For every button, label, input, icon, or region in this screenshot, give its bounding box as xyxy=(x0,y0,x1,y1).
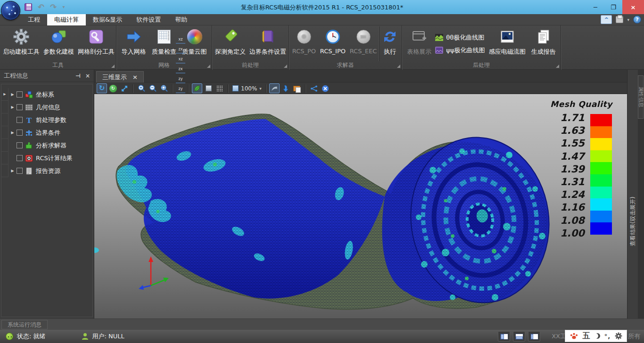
tab-settings[interactable]: 软件设置 xyxy=(129,14,168,25)
ime-moon-icon[interactable] xyxy=(594,333,600,339)
solver-rcs-po-button[interactable]: RCS_PO xyxy=(290,26,318,61)
ime-punctuation-toggle[interactable]: °, xyxy=(604,333,611,340)
item-checkbox[interactable] xyxy=(17,104,23,110)
mesh-partition-tool-button[interactable]: 网格剖分工具 xyxy=(76,26,116,61)
group-launcher-icon[interactable] xyxy=(207,65,210,68)
tab-data-display[interactable]: 数据&显示 xyxy=(86,14,129,25)
table-display-button[interactable]: 表格展示 xyxy=(405,26,433,61)
ime-toolbar[interactable]: 五 °, xyxy=(565,330,627,342)
tab-help[interactable]: 帮助 xyxy=(168,14,194,25)
quality-check-button[interactable]: 质量检查 xyxy=(150,26,178,61)
layout-bottom-panel-button[interactable] xyxy=(513,331,525,342)
system-message-tab[interactable]: 系统运行消息 xyxy=(1,320,48,329)
doc-tab-close-icon[interactable]: × xyxy=(132,74,138,81)
minimize-button[interactable]: ─ xyxy=(586,0,604,14)
tree-item-label: 前处理参数 xyxy=(36,116,66,124)
curvature-display-button[interactable] xyxy=(269,83,280,93)
item-checkbox[interactable] xyxy=(17,155,23,161)
expander-icon[interactable]: ▶ xyxy=(8,131,17,135)
share-nodes-button[interactable] xyxy=(309,83,319,93)
close-view-button[interactable] xyxy=(320,83,330,93)
points-view-button[interactable] xyxy=(215,83,225,93)
rotate-view-button[interactable]: ↻ xyxy=(97,83,107,93)
group-name-solver: 求解器 xyxy=(289,61,402,69)
tree-item-rcs-results[interactable]: RCS计算结果 xyxy=(1,152,92,164)
group-launcher-icon[interactable] xyxy=(397,65,400,68)
psi-polarization-curve-button[interactable]: ψψ极化曲线图 xyxy=(435,46,485,55)
app-logo[interactable] xyxy=(1,1,20,20)
restore-button[interactable]: ❐ xyxy=(604,0,622,14)
probe-angle-button[interactable]: 探测角定义 xyxy=(213,26,248,61)
item-checkbox[interactable] xyxy=(17,168,23,174)
layout-side-panel-button[interactable] xyxy=(528,331,540,342)
zoom-dropdown-icon[interactable]: ▾ xyxy=(259,86,262,91)
tree-item-analysis-solver[interactable]: 分析求解器 xyxy=(1,139,92,152)
device-icon[interactable] xyxy=(616,16,623,23)
execute-button[interactable]: 执行 xyxy=(379,26,400,61)
group-launcher-icon[interactable] xyxy=(111,65,115,68)
tree-item-preprocess-params[interactable]: T 前处理参数 xyxy=(1,114,92,126)
parametric-modeling-button[interactable]: 参数化建模 xyxy=(41,26,76,61)
axis-view-button-zx[interactable]: zx xyxy=(176,64,185,74)
pin-icon[interactable]: ⊣ xyxy=(75,73,81,79)
orbit-view-button[interactable]: ↻ xyxy=(108,83,118,93)
item-checkbox[interactable] xyxy=(17,130,23,136)
save-icon[interactable] xyxy=(25,3,32,11)
generate-report-button[interactable]: 生成报告 xyxy=(529,26,558,61)
shaded-view-button[interactable] xyxy=(192,83,202,93)
ime-gear-icon[interactable] xyxy=(615,332,622,340)
panel-close-icon[interactable]: × xyxy=(85,73,90,79)
item-checkbox[interactable] xyxy=(17,91,23,98)
axis-view-button-xz[interactable]: xz xyxy=(176,34,185,44)
tab-project[interactable]: 工程 xyxy=(21,14,47,25)
wireframe-view-button[interactable] xyxy=(203,83,214,93)
results-collapsed-bar[interactable]: 查看结果(双击展开) xyxy=(627,70,638,318)
gutter-expander-icon[interactable]: ▶ xyxy=(1,88,8,101)
redo-icon[interactable]: ↷ xyxy=(50,3,57,11)
axis-view-button-xz[interactable]: xz xyxy=(176,54,185,64)
close-button[interactable]: × xyxy=(622,0,644,14)
boundary-condition-button[interactable]: 边界条件设置 xyxy=(248,26,288,61)
launch-modeling-tool-button[interactable]: 启动建模工具 xyxy=(1,26,41,61)
tree-item-geometry-info[interactable]: ▶ 几何信息 xyxy=(1,101,92,114)
ime-engine-label[interactable]: 五 xyxy=(583,331,590,341)
property-info-tab[interactable]: 属性信息 xyxy=(638,75,644,119)
pan-view-button[interactable] xyxy=(119,83,130,93)
induced-current-map-button[interactable]: 感应电磁流图 xyxy=(487,26,528,61)
zoom-level-widget[interactable]: 100% ▾ xyxy=(232,85,262,92)
solver-rcs-eec-button[interactable]: RCS_EEC xyxy=(348,26,379,61)
group-launcher-icon[interactable] xyxy=(556,65,559,68)
zoom-fit-button[interactable] xyxy=(159,83,169,93)
expander-icon[interactable]: ▶ xyxy=(8,92,17,97)
tab-3d-display[interactable]: 三维显示 × xyxy=(96,71,144,82)
ime-paw-icon[interactable] xyxy=(570,332,578,340)
solver-po-icon xyxy=(296,28,313,45)
device-dropdown-icon[interactable]: ▾ xyxy=(627,17,629,22)
help-icon[interactable]: ? xyxy=(633,16,641,24)
qat-dropdown-icon[interactable]: ▾ xyxy=(63,5,65,9)
import-mesh-button[interactable]: 导入网格 xyxy=(120,26,148,61)
expander-icon[interactable]: ▶ xyxy=(8,169,17,173)
zoom-in-button[interactable] xyxy=(136,83,147,93)
item-checkbox[interactable] xyxy=(17,117,23,123)
title-bar: ↶ ↷ ▾ 复杂目标RCS电磁分析软件2015 R1 - RCS_2015031… xyxy=(0,0,644,14)
import-result-button[interactable] xyxy=(281,83,291,93)
solver-rcs-ipo-button[interactable]: RCS_IPO xyxy=(318,26,347,61)
item-checkbox[interactable] xyxy=(17,142,23,148)
viewport-3d[interactable]: Mesh Quality 1.711.631.551.471.391.311.2… xyxy=(94,94,627,318)
undo-icon[interactable]: ↶ xyxy=(38,3,44,11)
theta-polarization-curve-button[interactable]: θθ极化曲线图 xyxy=(435,33,485,42)
expander-icon[interactable]: ▶ xyxy=(8,105,17,109)
axis-view-button-zy[interactable]: zy xyxy=(176,74,185,83)
axis-view-button-zy[interactable]: zy xyxy=(176,83,185,93)
tab-em-compute[interactable]: 电磁计算 xyxy=(47,14,86,25)
layout-left-panel-button[interactable] xyxy=(498,331,510,342)
tree-item-report-resources[interactable]: ▶ 报告资源 xyxy=(1,164,92,177)
snapshot-folder-button[interactable] xyxy=(292,83,302,93)
tree-item-coordinate-system[interactable]: ▶ ▶ 坐标系 xyxy=(1,88,92,101)
collapse-ribbon-icon[interactable]: ^ xyxy=(601,15,612,24)
tree-item-boundary-conditions[interactable]: ▶ 边界条件 xyxy=(1,126,92,139)
axis-view-button-zx[interactable]: zx xyxy=(176,44,185,54)
zoom-out-button[interactable] xyxy=(148,83,158,93)
group-launcher-icon[interactable] xyxy=(284,65,287,68)
